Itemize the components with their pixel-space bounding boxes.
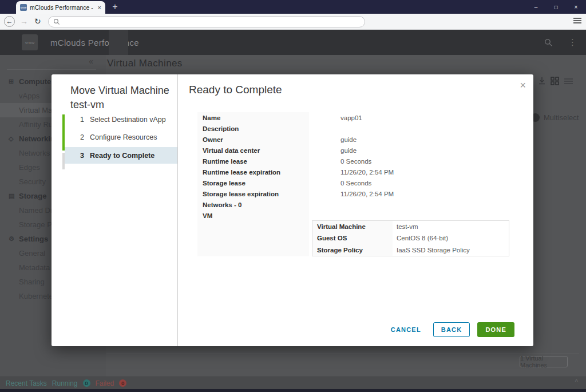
move-vm-modal: Move Virtual Machine test-vm 1 Select De… bbox=[52, 74, 533, 346]
field-label: Storage lease bbox=[197, 180, 309, 187]
sidebar-item-label: Networks bbox=[19, 149, 50, 157]
modal-close-icon[interactable]: × bbox=[520, 80, 526, 90]
sidebar-item-label: General bbox=[19, 249, 45, 258]
header-search-icon[interactable] bbox=[544, 38, 553, 47]
sidebar-section-icon: ⚙ bbox=[9, 232, 14, 246]
nav-item[interactable] bbox=[206, 30, 225, 55]
nav-item[interactable] bbox=[187, 30, 206, 55]
vm-table-row: Virtual Machine test-vm bbox=[312, 221, 509, 232]
browser-tab[interactable]: vmw mClouds Performance - Virtual × bbox=[16, 1, 105, 14]
step-number: 1 bbox=[80, 116, 85, 124]
summary-field-row: Virtual data center guide bbox=[197, 145, 518, 156]
step-label: Ready to Complete bbox=[90, 152, 155, 160]
summary-field-row: Description bbox=[197, 123, 518, 134]
wizard-content-panel: Ready to Complete Name vapp01 Descriptio… bbox=[178, 74, 533, 346]
list-view-icon[interactable] bbox=[564, 78, 573, 85]
app-header: vmw mClouds Performance ⋮ bbox=[0, 30, 586, 55]
grid-footer-divider bbox=[106, 354, 579, 354]
view-controls bbox=[539, 77, 573, 85]
nav-item[interactable] bbox=[128, 30, 148, 55]
tab-title: mClouds Performance - Virtual bbox=[30, 4, 94, 11]
wizard-step-panel: Move Virtual Machine test-vm 1 Select De… bbox=[52, 74, 177, 346]
summary-field-row: VM bbox=[197, 210, 518, 221]
step-label: Select Destination vApp bbox=[90, 116, 166, 124]
sidebar-item-label: vApps bbox=[19, 92, 39, 100]
field-label: Description bbox=[197, 125, 309, 132]
address-bar[interactable] bbox=[48, 16, 365, 27]
reload-icon[interactable]: ↻ bbox=[34, 17, 41, 26]
field-value: 0 Seconds bbox=[309, 158, 371, 165]
forward-icon: → bbox=[20, 17, 28, 26]
sidebar-item-label: Security bbox=[19, 177, 46, 186]
vm-table-value: test-vm bbox=[393, 223, 418, 230]
summary-field-row: Runtime lease expiration 11/26/20, 2:54 … bbox=[197, 167, 518, 177]
nav-item[interactable] bbox=[109, 30, 128, 55]
step-label: Configure Resources bbox=[90, 133, 157, 141]
window-controls: – □ × bbox=[526, 0, 586, 14]
field-label: Networks - 0 bbox=[197, 201, 309, 208]
sidebar-collapse-icon[interactable]: « bbox=[89, 57, 93, 66]
running-label: Running bbox=[52, 379, 78, 387]
close-icon[interactable]: × bbox=[566, 0, 586, 14]
vmw-logo: vmw bbox=[22, 34, 38, 50]
menu-icon[interactable] bbox=[573, 17, 581, 24]
vm-table-row: Guest OS CentOS 8 (64-bit) bbox=[312, 232, 509, 244]
failed-label: Failed bbox=[96, 379, 114, 387]
field-rows: Name vapp01 Description Owner guide bbox=[197, 112, 518, 221]
summary-field-row: Name vapp01 bbox=[197, 112, 518, 123]
back-button[interactable]: BACK bbox=[433, 322, 470, 337]
vm-table-label: Storage Policy bbox=[312, 244, 393, 256]
modal-title: Move Virtual Machine test-vm bbox=[70, 84, 176, 112]
top-navigation bbox=[109, 30, 225, 55]
vm-table-label: Guest OS bbox=[312, 232, 393, 244]
recent-tasks-bar[interactable]: Recent Tasks Running 0 Failed 0 ^ bbox=[0, 377, 586, 389]
field-label: Runtime lease bbox=[197, 158, 309, 165]
vm-table-label: Virtual Machine bbox=[312, 221, 393, 232]
multiselect-label: Multiselect bbox=[544, 113, 579, 122]
window-bottom-edge bbox=[0, 389, 586, 392]
sidebar-item-label: Storage bbox=[19, 192, 46, 200]
field-label: Virtual data center bbox=[197, 147, 309, 154]
more-options-icon[interactable]: ⋮ bbox=[568, 37, 577, 47]
sidebar-item-label: Sharing bbox=[19, 278, 45, 286]
grid-row-count: 1 Virtual Machines bbox=[520, 356, 568, 367]
field-value: guide bbox=[309, 136, 357, 143]
sidebar-item-label: Compute bbox=[19, 77, 51, 86]
new-tab-button[interactable]: + bbox=[109, 1, 121, 13]
sidebar-item-label: Edges bbox=[19, 163, 40, 172]
field-value: 0 Seconds bbox=[309, 180, 371, 187]
browser-toolbar: ← → ↻ bbox=[0, 14, 586, 30]
summary-field-row: Owner guide bbox=[197, 134, 518, 145]
field-label: Owner bbox=[197, 136, 309, 143]
wizard-step[interactable]: 2 Configure Resources bbox=[65, 130, 177, 145]
cancel-button[interactable]: CANCEL bbox=[386, 323, 426, 336]
summary-field-row: Runtime lease 0 Seconds bbox=[197, 156, 518, 167]
step-number: 2 bbox=[80, 133, 85, 141]
sidebar-section-icon: ▤ bbox=[9, 189, 14, 203]
summary-field-row: Networks - 0 bbox=[197, 199, 518, 210]
wizard-step[interactable]: 1 Select Destination vApp bbox=[65, 112, 177, 127]
wizard-step[interactable]: 3 Ready to Complete bbox=[65, 147, 177, 164]
maximize-icon[interactable]: □ bbox=[546, 0, 566, 14]
search-icon bbox=[53, 18, 60, 25]
nav-item[interactable] bbox=[167, 30, 187, 55]
step-number: 3 bbox=[80, 152, 85, 160]
chevron-up-icon[interactable]: ^ bbox=[575, 378, 578, 385]
summary-fields: Name vapp01 Description Owner guide bbox=[197, 112, 518, 221]
summary-field-row: Storage lease expiration 11/26/20, 2:54 … bbox=[197, 188, 518, 199]
download-icon[interactable] bbox=[539, 77, 545, 85]
field-label: Storage lease expiration bbox=[197, 191, 309, 197]
field-value: 11/26/20, 2:54 PM bbox=[309, 169, 394, 176]
nav-item[interactable] bbox=[148, 30, 167, 55]
minimize-icon[interactable]: – bbox=[526, 0, 546, 14]
grid-view-icon[interactable] bbox=[551, 77, 559, 85]
modal-footer: CANCEL BACK DONE bbox=[386, 322, 514, 337]
field-value: guide bbox=[309, 147, 357, 154]
back-icon[interactable]: ← bbox=[4, 16, 15, 27]
tab-close-icon[interactable]: × bbox=[97, 4, 101, 11]
done-button[interactable]: DONE bbox=[477, 322, 514, 337]
vm-table-value: IaaS SSD Storage Policy bbox=[393, 247, 470, 254]
failed-count-badge: 0 bbox=[119, 379, 126, 387]
running-count-badge: 0 bbox=[83, 379, 90, 387]
recent-tasks-label[interactable]: Recent Tasks bbox=[6, 379, 47, 387]
